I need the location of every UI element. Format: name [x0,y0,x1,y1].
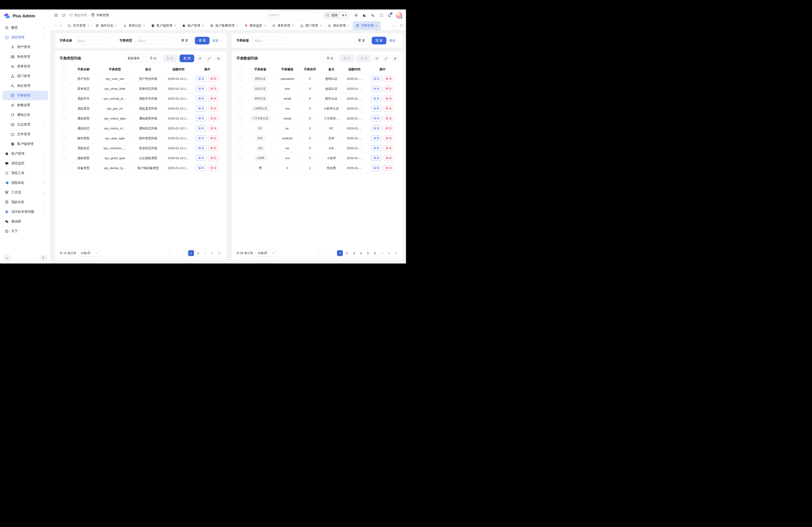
tab-租户套餐管理[interactable]: 租户套餐管理× [207,21,241,30]
reset-button[interactable]: 重 置 [354,37,369,44]
hamburger-icon[interactable] [54,13,58,18]
tab-close-icon[interactable]: × [292,24,294,27]
delete-button[interactable]: 删 除 [208,125,219,131]
sidebar-item-概览[interactable]: 概览 [2,23,48,32]
dict-type-input[interactable] [135,37,171,44]
tab-close-icon[interactable]: × [174,24,176,27]
edit-button[interactable]: 编 辑 [371,146,382,151]
row-checkbox[interactable] [239,117,243,120]
sidebar-item-工作流[interactable]: 工作流 [2,187,48,197]
page-button-1[interactable]: 1 [188,250,194,256]
row-checkbox[interactable] [62,87,66,90]
page-button-6[interactable]: 6 [372,250,378,256]
tab-部门管理[interactable]: 部门管理× [297,21,325,30]
next-jump-button[interactable] [386,250,392,256]
dark-mode-moon-icon[interactable] [362,13,367,18]
page-button-3[interactable]: 3 [351,250,357,256]
tab-登录日志[interactable]: 登录日志× [120,21,148,30]
dict-name-input[interactable] [75,37,111,44]
page-button-4[interactable]: 4 [358,250,364,256]
page-button-2[interactable]: 2 [344,250,350,256]
dict-label-input[interactable] [252,37,288,44]
edit-button[interactable]: 编 辑 [371,125,382,131]
prev-page-button[interactable] [330,250,336,256]
page-button-2[interactable]: 2 [195,250,201,256]
translate-icon[interactable] [371,13,375,18]
next-page-button[interactable] [202,250,208,256]
tab-文件管理[interactable]: 文件管理× [64,21,92,30]
delete-button[interactable]: 删 除 [208,106,219,111]
delete-button[interactable]: 删 除 [383,165,394,171]
first-page-button[interactable] [167,250,173,256]
tab-close-icon[interactable]: × [143,24,145,27]
edit-button[interactable]: 编 辑 [371,76,382,81]
row-checkbox[interactable] [62,77,66,80]
row-checkbox[interactable] [239,166,243,170]
row-checkbox[interactable] [239,107,243,110]
row-checkbox[interactable] [239,87,243,90]
refresh-page-icon[interactable] [61,13,66,18]
delete-button[interactable]: 删 除 [383,135,394,141]
tab-缓存监控[interactable]: 缓存监控× [241,21,269,30]
tabs-scroll-right-button[interactable] [382,21,389,30]
sidebar-item-流程发起[interactable]: 流程发起 [2,178,48,187]
page-button-5[interactable]: 5 [365,250,371,256]
sidebar-item-字典管理[interactable]: 字典管理 [2,91,48,100]
edit-button[interactable]: 编 辑 [371,155,382,161]
sidebar-item-日志管理[interactable]: DEV日志管理 [2,120,48,130]
row-checkbox[interactable] [239,77,243,80]
page-size-select[interactable]: 10条/页▼ [78,250,100,257]
gear-icon[interactable] [392,55,399,62]
edit-button[interactable]: 编 辑 [371,106,382,111]
tab-客户端管理[interactable]: 客户端管理× [148,21,179,30]
page-size-select[interactable]: 10条/页▼ [255,250,277,257]
row-checkbox[interactable] [62,166,66,170]
content-fullscreen-button[interactable] [397,21,406,30]
delete-button[interactable]: 删 除 [208,86,219,91]
row-checkbox[interactable] [62,127,66,130]
expand-icon[interactable] [382,55,390,62]
search-button[interactable]: 搜 索 [195,37,209,44]
expand-icon[interactable] [206,55,213,62]
next-page-button[interactable] [379,250,385,256]
tab-租户管理[interactable]: 租户管理× [179,21,207,30]
sidebar-item-关于[interactable]: 关于 [2,226,48,236]
fullscreen-icon[interactable] [379,13,383,18]
sidebar-item-系统监控[interactable]: 系统监控 [2,159,48,168]
next-jump-button[interactable] [209,250,215,256]
row-checkbox[interactable] [62,147,66,150]
tabs-dropdown-button[interactable] [389,21,397,30]
add-button[interactable]: 新 增 [179,55,194,62]
row-checkbox[interactable] [62,137,66,140]
tabs-scroll-left-button[interactable] [50,21,58,30]
edit-button[interactable]: 编 辑 [196,135,206,141]
sidebar-collapse-button[interactable]: « [3,255,11,261]
delete-button[interactable]: 删 除 [383,125,394,131]
edit-button[interactable]: 编 辑 [196,106,206,111]
delete-button[interactable]: 删 除 [208,96,219,102]
delete-button[interactable]: 删 除 [208,165,219,171]
row-checkbox[interactable] [239,97,243,100]
row-checkbox[interactable] [62,107,66,110]
sidebar-item-我的任务[interactable]: 我的任务 [2,197,48,207]
search-button[interactable]: 搜 索 [372,37,386,44]
notification-bell-icon[interactable] [387,13,392,18]
edit-button[interactable]: 编 辑 [371,116,382,121]
gear-icon[interactable] [215,55,222,62]
sidebar-item-租户管理[interactable]: 租户管理 [2,149,48,159]
prev-jump-button[interactable] [323,250,329,256]
tab-字典管理[interactable]: 字典管理× [353,21,380,30]
tenant-select-input[interactable] [265,12,319,19]
tab-close-icon[interactable]: × [264,24,266,27]
row-checkbox[interactable] [239,156,243,160]
delete-button[interactable]: 删 除 [208,146,219,151]
tab-close-icon[interactable]: × [236,24,238,27]
tab-close-icon[interactable]: × [202,24,204,27]
tab-close-icon[interactable]: × [348,24,350,27]
edit-button[interactable]: 编 辑 [196,125,206,131]
sidebar-item-通知公告[interactable]: 通知公告 [2,110,48,120]
edit-button[interactable]: 编 辑 [196,116,206,121]
sidebar-item-部门管理[interactable]: 部门管理 [2,71,48,81]
delete-button[interactable]: 删 除 [208,116,219,121]
刷新缓存-button[interactable]: 刷新缓存 [124,55,144,62]
